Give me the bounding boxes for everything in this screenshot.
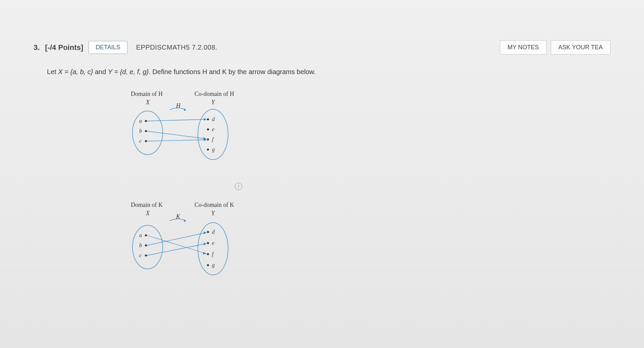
domain-label-K: Domain of K [131, 201, 163, 208]
arrow-c-e-K [147, 244, 206, 255]
arrowhead [204, 243, 207, 245]
elem-a: a [139, 118, 142, 124]
question-points: [-/4 Points] [45, 43, 83, 52]
elem-c: c [139, 138, 142, 144]
domain-label-H: Domain of H [131, 91, 163, 97]
arrow-diagram-H: Domain of H Co-domain of H X Y H a b [107, 89, 248, 163]
prompt-text: and [93, 68, 108, 75]
dot-b [145, 130, 147, 132]
arrow-c-f [147, 140, 206, 141]
info-icon[interactable]: i [235, 183, 242, 190]
elem-b: b [139, 128, 142, 134]
codomain-set-K: Y [211, 210, 215, 217]
question-code: EPPDISCMATH5 7.2.008. [136, 44, 217, 51]
dot-d [207, 118, 209, 120]
codomain-set-H: Y [211, 99, 215, 106]
elem-d: d [212, 116, 215, 122]
domain-set-K: X [146, 210, 150, 217]
elem-d-K: d [212, 229, 215, 235]
details-button[interactable]: DETAILS [89, 41, 127, 54]
codomain-label-H: Co-domain of H [195, 91, 234, 97]
arrow-b-d-K [147, 233, 206, 245]
arrowhead [203, 252, 207, 254]
domain-set-H: X [146, 99, 150, 106]
dot-e [207, 128, 209, 130]
elem-f-K: f [212, 251, 214, 257]
dot-f [207, 138, 209, 140]
arrowhead [204, 118, 207, 121]
header-right-buttons: MY NOTES ASK YOUR TEA [500, 40, 610, 55]
elem-f: f [212, 136, 214, 142]
diagram-K: Domain of K Co-domain of K X Y K a b c [107, 200, 597, 277]
question-page: 3. [-/4 Points] DETAILS EPPDISCMATH5 7.2… [0, 0, 644, 348]
arrow-a-f-K [147, 235, 206, 253]
elem-g-K: g [212, 262, 215, 268]
dot [145, 234, 147, 236]
dot [207, 242, 209, 244]
dot-g [207, 149, 209, 151]
dot [207, 231, 209, 233]
prompt-text: . Define functions H and K by the arrow … [149, 68, 316, 75]
domain-oval-K [132, 225, 163, 269]
elem-a-K: a [139, 232, 142, 238]
set-x-def: X = {a, b, c} [58, 68, 93, 75]
ask-teacher-button[interactable]: ASK YOUR TEA [551, 40, 610, 55]
question-header: 3. [-/4 Points] DETAILS EPPDISCMATH5 7.2… [34, 40, 610, 55]
elem-b-K: b [139, 242, 142, 248]
diagram-H: Domain of H Co-domain of H X Y H a b [107, 89, 597, 163]
elem-g: g [212, 147, 215, 153]
question-body: Let X = {a, b, c} and Y = {d, e, f, g}. … [34, 65, 610, 301]
codomain-label-K: Co-domain of K [195, 201, 234, 208]
elem-e-K: e [212, 240, 214, 246]
dot [145, 254, 147, 256]
question-prompt: Let X = {a, b, c} and Y = {d, e, f, g}. … [47, 68, 597, 76]
diagram-area: Domain of H Co-domain of H X Y H a b [47, 89, 597, 277]
elem-e: e [212, 126, 214, 132]
dot [207, 253, 209, 255]
my-notes-button[interactable]: MY NOTES [500, 40, 547, 55]
dot-c [145, 140, 147, 142]
question-number: 3. [34, 43, 40, 52]
dot [145, 244, 147, 246]
arrow-diagram-K: Domain of K Co-domain of K X Y K a b c [107, 200, 248, 277]
arrow-b-f [147, 131, 206, 139]
arrow-a-d [147, 119, 206, 121]
dot-a [145, 120, 147, 122]
elem-c-K: c [139, 252, 142, 258]
arrowhead [204, 232, 207, 234]
prompt-text: Let [47, 68, 58, 75]
set-y-def: Y = {d, e, f, g} [108, 68, 149, 75]
dot [207, 264, 209, 266]
